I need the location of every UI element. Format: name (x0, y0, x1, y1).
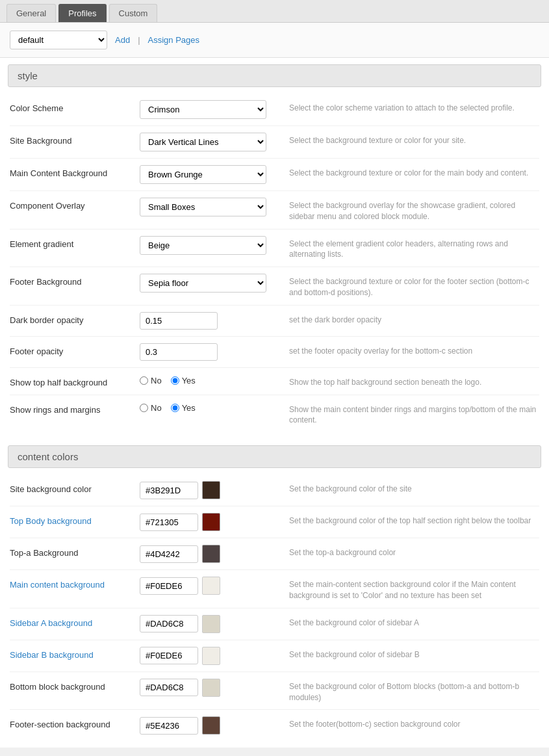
footer-opacity-desc: set the footer opacity overlay for the b… (270, 343, 539, 357)
show-top-half-no-option[interactable]: No (140, 376, 162, 385)
sidebar-b-bg-hex[interactable] (140, 647, 198, 664)
color-scheme-select[interactable]: Crimson Blue Green (140, 100, 266, 119)
site-background-label: Site Background (10, 133, 140, 146)
footer-background-row: Footer Background Sepia floor None Selec… (10, 267, 539, 306)
tab-custom[interactable]: Custom (109, 4, 158, 22)
show-rings-yes-radio[interactable] (171, 404, 179, 412)
sidebar-b-bg-group (140, 647, 270, 665)
top-a-bg-label: Top-a Background (10, 545, 140, 558)
bottom-block-bg-swatch[interactable] (202, 679, 220, 697)
show-top-half-yes-option[interactable]: Yes (171, 376, 196, 385)
show-rings-no-radio[interactable] (140, 404, 148, 412)
content-colors-section-header: content colors (8, 445, 541, 468)
top-body-bg-group (140, 513, 270, 531)
main-content-bg-desc: Set the main-content section background … (270, 577, 539, 601)
main-content-background-row: Main Content Background Brown Grunge Non… (10, 159, 539, 191)
footer-background-desc: Select the background texture or color f… (270, 274, 539, 298)
show-rings-yes-label: Yes (182, 403, 196, 413)
top-body-bg-swatch[interactable] (202, 513, 220, 531)
show-rings-radio-group: No Yes (140, 402, 270, 413)
footer-section-bg-label: Footer-section background (10, 716, 140, 729)
main-content-bg-swatch[interactable] (202, 577, 220, 595)
top-a-bg-row: Top-a Background Set the top-a backgroun… (10, 538, 539, 570)
main-content-bg-label: Main content background (10, 577, 140, 590)
bottom-block-bg-hex[interactable] (140, 679, 198, 696)
color-scheme-label: Color Scheme (10, 100, 140, 113)
style-section-header: style (8, 64, 541, 87)
sidebar-a-bg-label: Sidebar A background (10, 615, 140, 628)
sidebar-a-bg-input-wrap (140, 615, 270, 633)
show-top-half-no-radio[interactable] (140, 376, 148, 385)
sidebar-a-bg-swatch[interactable] (202, 615, 220, 633)
bottom-block-bg-desc: Set the background color of Bottom block… (270, 679, 539, 703)
bottom-block-bg-input-wrap (140, 679, 270, 697)
element-gradient-label: Element gradient (10, 236, 140, 249)
color-scheme-desc: Select the color scheme variation to att… (270, 100, 539, 114)
top-body-bg-input-wrap (140, 513, 270, 531)
component-overlay-desc: Select the background overlay for the sh… (270, 198, 539, 222)
component-overlay-label: Component Overlay (10, 198, 140, 211)
main-content-bg-input-wrap (140, 577, 270, 595)
sidebar-a-bg-link[interactable]: Sidebar A background (10, 618, 92, 628)
assign-pages-link[interactable]: Assign Pages (148, 35, 200, 45)
sidebar-a-bg-hex[interactable] (140, 615, 198, 632)
main-content-background-select[interactable]: Brown Grunge None (140, 165, 266, 184)
site-bg-color-hex[interactable] (140, 482, 198, 499)
site-background-row: Site Background Dark Vertical Lines None… (10, 126, 539, 159)
site-background-select[interactable]: Dark Vertical Lines None (140, 133, 266, 151)
add-link[interactable]: Add (115, 35, 130, 45)
show-rings-no-option[interactable]: No (140, 403, 162, 413)
footer-section-bg-swatch[interactable] (202, 716, 220, 735)
site-bg-color-row: Site background color Set the background… (10, 475, 539, 506)
footer-opacity-field[interactable] (140, 343, 218, 361)
top-body-bg-hex[interactable] (140, 514, 198, 531)
component-overlay-input: Small Boxes None (140, 198, 270, 216)
dark-border-opacity-input-wrap (140, 312, 270, 330)
top-body-bg-link[interactable]: Top Body background (10, 516, 92, 526)
component-overlay-select[interactable]: Small Boxes None (140, 198, 266, 216)
show-rings-no-label: No (151, 403, 162, 413)
element-gradient-select[interactable]: Beige None (140, 236, 266, 255)
show-top-half-desc: Show the top half background section ben… (270, 374, 539, 388)
main-content-bg-hex[interactable] (140, 577, 198, 595)
show-rings-yes-option[interactable]: Yes (171, 403, 196, 413)
footer-section-bg-input-wrap (140, 716, 270, 735)
dark-border-opacity-desc: set the dark border opacity (270, 312, 539, 326)
top-a-bg-desc: Set the top-a background color (270, 545, 539, 558)
sidebar-b-bg-label: Sidebar B background (10, 647, 140, 660)
show-top-half-input-wrap: No Yes (140, 374, 270, 385)
sidebar-b-bg-link[interactable]: Sidebar B background (10, 650, 94, 660)
top-a-bg-hex[interactable] (140, 545, 198, 563)
bottom-block-bg-row: Bottom block background Set the backgrou… (10, 672, 539, 710)
show-top-half-radio-group: No Yes (140, 374, 270, 385)
sidebar-a-bg-desc: Set the background color of sidebar A (270, 615, 539, 629)
show-rings-label: Show rings and margins (10, 402, 140, 415)
main-content-bg-row: Main content background Set the main-con… (10, 570, 539, 608)
top-a-bg-swatch[interactable] (202, 545, 220, 563)
footer-section-bg-hex[interactable] (140, 717, 198, 735)
sidebar-a-bg-group (140, 615, 270, 633)
main-content-background-input: Brown Grunge None (140, 165, 270, 184)
sidebar-b-bg-swatch[interactable] (202, 647, 220, 665)
show-top-half-row: Show top half background No Yes Show the… (10, 368, 539, 395)
site-background-input: Dark Vertical Lines None (140, 133, 270, 151)
show-top-half-yes-radio[interactable] (171, 376, 179, 385)
footer-opacity-row: Footer opacity set the footer opacity ov… (10, 337, 539, 368)
tab-general[interactable]: General (6, 4, 56, 22)
main-content-bg-group (140, 577, 270, 595)
component-overlay-row: Component Overlay Small Boxes None Selec… (10, 191, 539, 229)
dark-border-opacity-field[interactable] (140, 312, 218, 330)
sidebar-b-bg-desc: Set the background color of sidebar B (270, 647, 539, 660)
color-scheme-input: Crimson Blue Green (140, 100, 270, 119)
footer-background-select[interactable]: Sepia floor None (140, 274, 266, 293)
site-bg-color-group (140, 481, 270, 499)
site-bg-color-swatch[interactable] (202, 481, 220, 499)
profile-selector[interactable]: default (10, 31, 107, 49)
tab-profiles[interactable]: Profiles (58, 4, 106, 22)
show-top-half-label: Show top half background (10, 374, 140, 387)
main-content-background-label: Main Content Background (10, 165, 140, 178)
divider: | (138, 35, 140, 45)
sidebar-b-bg-input-wrap (140, 647, 270, 665)
main-content-bg-link[interactable]: Main content background (10, 580, 105, 590)
bottom-block-bg-label: Bottom block background (10, 679, 140, 692)
